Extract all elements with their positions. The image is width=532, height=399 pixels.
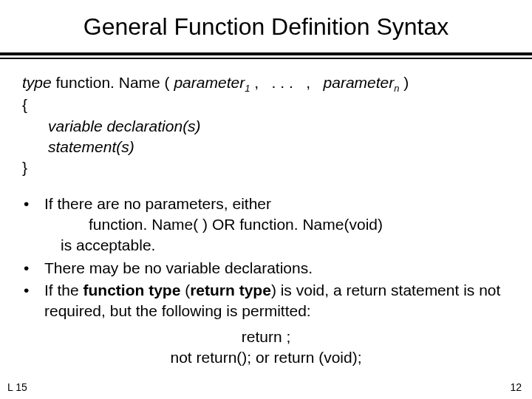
footer-right: 12 bbox=[510, 381, 522, 393]
syntax-line-1: type function. Name ( parameter1 , . . .… bbox=[22, 72, 510, 95]
syntax-var-decl: variable declaration(s) bbox=[22, 116, 510, 137]
bullet3-mid1: ( bbox=[180, 282, 190, 299]
bullet-content: There may be no variable declarations. bbox=[44, 258, 510, 279]
title-divider bbox=[0, 52, 532, 59]
tail-block: return ; not return(); or return (void); bbox=[22, 327, 510, 369]
bullet-item: • If the function type (return type) is … bbox=[24, 280, 510, 322]
bullet-marker: • bbox=[24, 280, 44, 301]
syntax-brace-close: } bbox=[22, 157, 510, 178]
syntax-block: type function. Name ( parameter1 , . . .… bbox=[22, 72, 510, 179]
bullet-content: If there are no parameters, either funct… bbox=[44, 194, 510, 256]
bullet3-b2: return type bbox=[190, 282, 271, 299]
tail-line-1: return ; bbox=[22, 327, 510, 347]
syntax-paramn: parameter bbox=[324, 74, 395, 91]
footer-left: L 15 bbox=[7, 381, 27, 393]
syntax-brace-open: { bbox=[22, 95, 510, 115]
syntax-mid: , . . . , bbox=[250, 74, 323, 91]
syntax-subn: n bbox=[394, 83, 399, 94]
bullet3-b1: function type bbox=[83, 282, 181, 299]
tail-line-2: not return(); or return (void); bbox=[22, 347, 510, 368]
bullet3-pre: If the bbox=[44, 282, 83, 299]
bullet-marker: • bbox=[24, 194, 44, 214]
bullet-item: • There may be no variable declarations. bbox=[24, 258, 510, 279]
syntax-close: ) bbox=[400, 74, 409, 91]
bullet-content: If the function type (return type) is vo… bbox=[44, 280, 510, 322]
slide: General Function Definition Syntax type … bbox=[0, 0, 532, 399]
divider-thin bbox=[0, 58, 532, 59]
syntax-funcname: function. Name ( bbox=[52, 74, 174, 91]
bullet-item: • If there are no parameters, either fun… bbox=[24, 194, 510, 256]
bullet-list: • If there are no parameters, either fun… bbox=[22, 194, 510, 322]
syntax-statements-text: statement(s) bbox=[48, 138, 134, 155]
divider-thick bbox=[0, 52, 532, 55]
bullet-line: function. Name( ) OR function. Name(void… bbox=[44, 214, 510, 235]
syntax-statements: statement(s) bbox=[22, 137, 510, 157]
bullet-marker: • bbox=[24, 258, 44, 279]
bullet-line: If there are no parameters, either bbox=[44, 194, 510, 214]
syntax-param1: parameter bbox=[174, 74, 245, 91]
syntax-type: type bbox=[22, 74, 52, 91]
slide-body: type function. Name ( parameter1 , . . .… bbox=[0, 59, 532, 369]
bullet-line: is acceptable. bbox=[44, 235, 510, 256]
slide-title: General Function Definition Syntax bbox=[0, 0, 532, 51]
syntax-var-decl-text: variable declaration(s) bbox=[48, 117, 201, 134]
bullet-line: There may be no variable declarations. bbox=[44, 258, 510, 279]
